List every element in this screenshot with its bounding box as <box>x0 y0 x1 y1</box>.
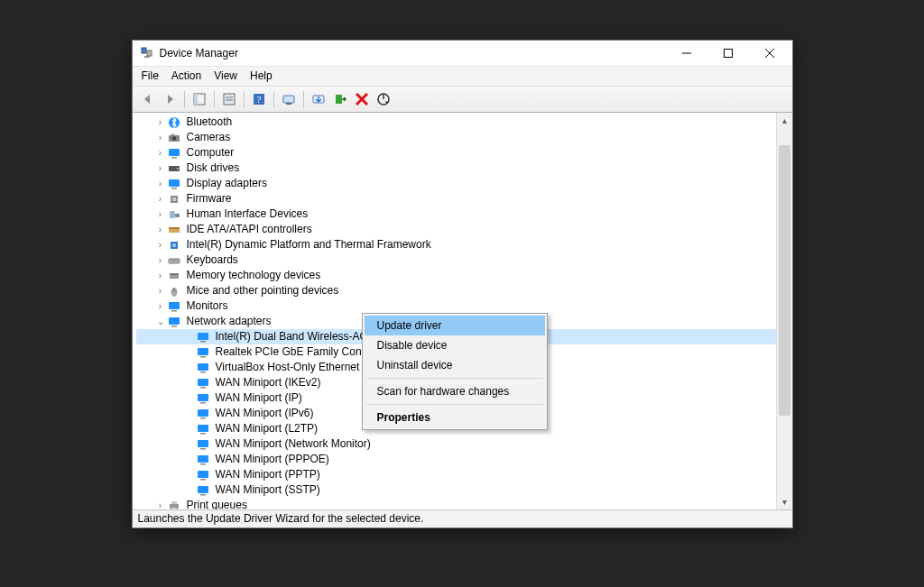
chevron-right-icon[interactable]: › <box>154 252 167 268</box>
close-button[interactable] <box>749 41 790 66</box>
tree-item-label: WAN Miniport (SSTP) <box>214 482 322 498</box>
tree-category-memtech[interactable]: ›Memory technology devices <box>136 268 776 283</box>
chevron-right-icon[interactable]: › <box>154 237 167 252</box>
tree-category-mice[interactable]: ›Mice and other pointing devices <box>136 283 776 298</box>
scroll-down-arrow[interactable]: ▾ <box>777 494 792 509</box>
svg-rect-55 <box>198 379 208 386</box>
tree-item-label: WAN Miniport (IP) <box>214 390 304 406</box>
vertical-scrollbar[interactable]: ▴ ▾ <box>776 113 792 509</box>
update-driver-button[interactable] <box>309 89 328 109</box>
uninstall-button[interactable] <box>352 89 372 109</box>
context-menu-item[interactable]: Disable device <box>365 335 545 355</box>
context-menu-separator <box>366 404 543 405</box>
svg-rect-64 <box>200 448 206 450</box>
tree-item-label: WAN Miniport (L2TP) <box>214 421 320 436</box>
context-menu-item[interactable]: Uninstall device <box>365 355 545 375</box>
network-adapter-icon <box>196 330 210 344</box>
chevron-right-icon[interactable]: › <box>154 115 167 130</box>
context-menu-item[interactable]: Scan for hardware changes <box>365 381 545 401</box>
tree-item[interactable]: WAN Miniport (SSTP) <box>136 482 776 498</box>
svg-rect-61 <box>198 425 208 432</box>
menu-action[interactable]: Action <box>171 69 201 82</box>
scroll-up-arrow[interactable]: ▴ <box>777 113 792 128</box>
tree-category-bluetooth[interactable]: ›Bluetooth <box>136 115 776 130</box>
tree-item[interactable]: WAN Miniport (PPPOE) <box>136 452 776 467</box>
tree-category-computer[interactable]: ›Computer <box>136 145 776 161</box>
tree-category-label: Monitors <box>185 298 230 314</box>
back-button[interactable] <box>138 89 158 109</box>
forward-button[interactable] <box>160 89 180 109</box>
svg-rect-67 <box>198 471 208 478</box>
chevron-right-icon[interactable]: › <box>154 176 167 191</box>
monitor-icon <box>167 299 181 314</box>
context-menu-separator <box>366 378 543 379</box>
toolbar: ? <box>133 86 792 113</box>
context-menu-item[interactable]: Properties <box>365 408 545 427</box>
chevron-right-icon[interactable]: › <box>154 161 167 176</box>
tree-item-label: WAN Miniport (IPv6) <box>214 406 316 421</box>
ide-icon <box>167 223 181 237</box>
scroll-thumb[interactable] <box>779 145 790 416</box>
tree-item[interactable]: WAN Miniport (PPTP) <box>136 467 776 482</box>
tree-category-hid[interactable]: ›Human Interface Devices <box>136 206 776 222</box>
device-tree[interactable]: ›Bluetooth›Cameras›Computer›Disk drives›… <box>133 113 776 509</box>
svg-rect-45 <box>169 302 180 309</box>
menu-view[interactable]: View <box>214 69 237 82</box>
tree-category-cameras[interactable]: ›Cameras <box>136 130 776 145</box>
chevron-right-icon[interactable]: › <box>154 298 167 314</box>
tree-category-ide[interactable]: ›IDE ATA/ATAPI controllers <box>136 222 776 237</box>
chip-icon <box>167 192 181 206</box>
svg-rect-34 <box>175 214 180 217</box>
menu-help[interactable]: Help <box>250 69 273 82</box>
chevron-right-icon[interactable]: › <box>154 130 167 145</box>
chevron-right-icon[interactable]: › <box>154 498 167 509</box>
chevron-down-icon[interactable]: ⌄ <box>154 314 167 329</box>
maximize-button[interactable] <box>707 41 749 66</box>
scan-hardware-button[interactable] <box>279 89 299 109</box>
tree-category-keyboards[interactable]: ›Keyboards <box>136 252 776 268</box>
tree-item-label: WAN Miniport (PPPOE) <box>214 452 331 467</box>
hid-icon <box>167 207 181 222</box>
tree-category-firmware[interactable]: ›Firmware <box>136 191 776 206</box>
tree-category-disks[interactable]: ›Disk drives <box>136 161 776 176</box>
tree-category-label: Disk drives <box>185 161 242 176</box>
svg-line-6 <box>765 49 774 58</box>
svg-rect-14 <box>283 96 294 103</box>
chevron-right-icon[interactable]: › <box>154 191 167 206</box>
chevron-right-icon[interactable]: › <box>154 222 167 237</box>
svg-rect-15 <box>286 103 291 105</box>
network-adapter-icon <box>196 361 210 375</box>
toolbar-separator <box>303 91 304 107</box>
chevron-right-icon[interactable]: › <box>154 283 167 298</box>
tree-category-label: Print queues <box>185 498 249 509</box>
help-button[interactable]: ? <box>249 89 269 109</box>
bluetooth-icon <box>167 115 181 130</box>
tree-category-dptf[interactable]: ›Intel(R) Dynamic Platform and Thermal F… <box>136 237 776 252</box>
show-hide-console-tree-button[interactable] <box>189 89 209 109</box>
chevron-right-icon[interactable]: › <box>154 145 167 161</box>
disable-button[interactable] <box>374 89 393 109</box>
context-menu-item[interactable]: Update driver <box>365 316 545 335</box>
tree-category-display[interactable]: ›Display adapters <box>136 176 776 191</box>
minimize-button[interactable] <box>666 41 707 66</box>
chevron-right-icon[interactable]: › <box>154 268 167 283</box>
properties-button[interactable] <box>219 89 239 109</box>
tree-item[interactable]: WAN Miniport (Network Monitor) <box>136 436 776 452</box>
menu-file[interactable]: File <box>142 69 159 82</box>
enable-device-button[interactable] <box>330 89 350 109</box>
disk-icon <box>167 161 181 176</box>
network-adapter-icon <box>196 407 210 421</box>
network-adapter-icon <box>196 376 210 390</box>
svg-rect-42 <box>170 273 179 275</box>
svg-rect-8 <box>194 94 198 105</box>
chevron-right-icon[interactable]: › <box>154 206 167 222</box>
mouse-icon <box>167 284 181 298</box>
svg-rect-52 <box>200 356 206 358</box>
statusbar: Launches the Update Driver Wizard for th… <box>133 510 792 527</box>
tree-category-monitors[interactable]: ›Monitors <box>136 298 776 314</box>
window-title: Device Manager <box>160 47 666 60</box>
tree-category-printqueues[interactable]: ›Print queues <box>136 498 776 509</box>
tree-category-label: Mice and other pointing devices <box>185 283 341 298</box>
svg-rect-57 <box>198 394 208 401</box>
svg-rect-69 <box>198 486 208 493</box>
